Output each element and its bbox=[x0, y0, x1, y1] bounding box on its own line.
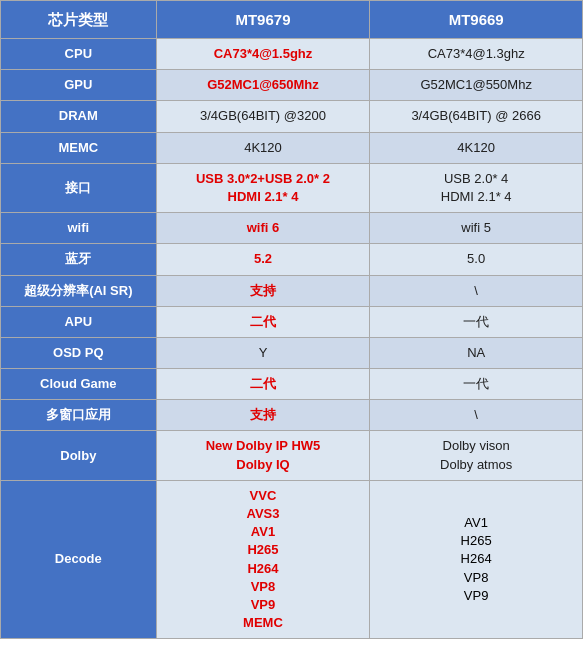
row-col2: 4K120 bbox=[370, 132, 583, 163]
row-col2: 5.0 bbox=[370, 244, 583, 275]
row-label: Dolby bbox=[1, 431, 157, 480]
table-header-row: 芯片类型 MT9679 MT9669 bbox=[1, 1, 583, 39]
row-col2: NA bbox=[370, 337, 583, 368]
row-col1: 二代 bbox=[156, 369, 370, 400]
row-col1: 二代 bbox=[156, 306, 370, 337]
header-label: 芯片类型 bbox=[1, 1, 157, 39]
row-col2: USB 2.0* 4HDMI 2.1* 4 bbox=[370, 163, 583, 212]
row-col2: \ bbox=[370, 275, 583, 306]
row-label: 超级分辨率(AI SR) bbox=[1, 275, 157, 306]
row-col1: 5.2 bbox=[156, 244, 370, 275]
row-label: APU bbox=[1, 306, 157, 337]
table-row: CPUCA73*4@1.5ghzCA73*4@1.3ghz bbox=[1, 39, 583, 70]
table-row: DRAM3/4GB(64BIT) @32003/4GB(64BIT) @ 266… bbox=[1, 101, 583, 132]
row-col1: 3/4GB(64BIT) @3200 bbox=[156, 101, 370, 132]
row-col2: G52MC1@550Mhz bbox=[370, 70, 583, 101]
table-row: Cloud Game二代一代 bbox=[1, 369, 583, 400]
header-col2: MT9669 bbox=[370, 1, 583, 39]
row-label: GPU bbox=[1, 70, 157, 101]
table-row: MEMC4K1204K120 bbox=[1, 132, 583, 163]
decode-row: DecodeVVCAVS3AV1H265H264VP8VP9MEMCAV1H26… bbox=[1, 480, 583, 639]
row-col1: wifi 6 bbox=[156, 213, 370, 244]
row-col2: 3/4GB(64BIT) @ 2666 bbox=[370, 101, 583, 132]
row-label: MEMC bbox=[1, 132, 157, 163]
row-label: wifi bbox=[1, 213, 157, 244]
row-col2: Dolby visonDolby atmos bbox=[370, 431, 583, 480]
row-col1: 4K120 bbox=[156, 132, 370, 163]
row-label: OSD PQ bbox=[1, 337, 157, 368]
table-row: GPUG52MC1@650MhzG52MC1@550Mhz bbox=[1, 70, 583, 101]
row-col1: USB 3.0*2+USB 2.0* 2HDMI 2.1* 4 bbox=[156, 163, 370, 212]
header-col1: MT9679 bbox=[156, 1, 370, 39]
table-row: 多窗口应用支持\ bbox=[1, 400, 583, 431]
row-col2: CA73*4@1.3ghz bbox=[370, 39, 583, 70]
table-row: wifiwifi 6wifi 5 bbox=[1, 213, 583, 244]
table-row: APU二代一代 bbox=[1, 306, 583, 337]
row-col2: wifi 5 bbox=[370, 213, 583, 244]
table-row: 接口USB 3.0*2+USB 2.0* 2HDMI 2.1* 4USB 2.0… bbox=[1, 163, 583, 212]
row-col1: 支持 bbox=[156, 275, 370, 306]
row-col1: CA73*4@1.5ghz bbox=[156, 39, 370, 70]
decode-col2: AV1H265H264VP8VP9 bbox=[370, 480, 583, 639]
table-row: 蓝牙5.25.0 bbox=[1, 244, 583, 275]
row-label: Cloud Game bbox=[1, 369, 157, 400]
decode-col1: VVCAVS3AV1H265H264VP8VP9MEMC bbox=[156, 480, 370, 639]
row-col1: Y bbox=[156, 337, 370, 368]
row-label: 蓝牙 bbox=[1, 244, 157, 275]
table-row: 超级分辨率(AI SR)支持\ bbox=[1, 275, 583, 306]
row-col2: 一代 bbox=[370, 369, 583, 400]
decode-label: Decode bbox=[1, 480, 157, 639]
row-col1: G52MC1@650Mhz bbox=[156, 70, 370, 101]
row-col2: \ bbox=[370, 400, 583, 431]
row-col1: 支持 bbox=[156, 400, 370, 431]
row-label: 多窗口应用 bbox=[1, 400, 157, 431]
row-label: DRAM bbox=[1, 101, 157, 132]
comparison-table: 芯片类型 MT9679 MT9669 CPUCA73*4@1.5ghzCA73*… bbox=[0, 0, 583, 639]
row-col2: 一代 bbox=[370, 306, 583, 337]
row-label: 接口 bbox=[1, 163, 157, 212]
table-row: OSD PQYNA bbox=[1, 337, 583, 368]
row-col1: New Dolby IP HW5Dolby IQ bbox=[156, 431, 370, 480]
table-row: DolbyNew Dolby IP HW5Dolby IQDolby vison… bbox=[1, 431, 583, 480]
row-label: CPU bbox=[1, 39, 157, 70]
